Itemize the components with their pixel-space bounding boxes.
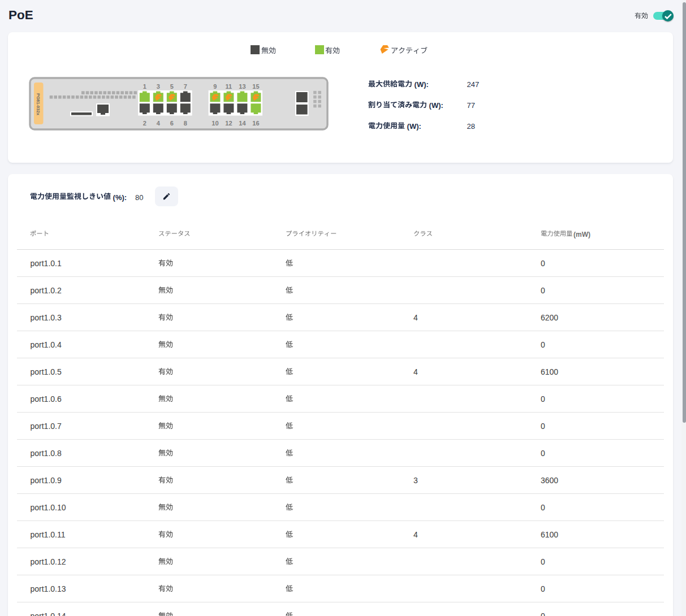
svg-text:11: 11: [226, 83, 232, 90]
svg-text:9: 9: [213, 83, 217, 90]
svg-text:5: 5: [170, 83, 174, 90]
svg-text:14: 14: [239, 120, 246, 127]
svg-text:2: 2: [143, 120, 146, 127]
svg-text:4: 4: [157, 120, 161, 127]
svg-text:12: 12: [225, 120, 232, 127]
svg-text:7: 7: [184, 83, 187, 90]
svg-text:16: 16: [252, 120, 259, 127]
svg-text:8: 8: [184, 120, 187, 127]
svg-text:10: 10: [212, 120, 218, 127]
svg-text:15: 15: [252, 83, 259, 90]
svg-text:1: 1: [143, 83, 146, 90]
svg-text:PG81-032x: PG81-032x: [36, 93, 41, 116]
svg-text:3: 3: [157, 83, 160, 90]
svg-text:13: 13: [239, 83, 245, 90]
svg-text:6: 6: [170, 120, 174, 127]
